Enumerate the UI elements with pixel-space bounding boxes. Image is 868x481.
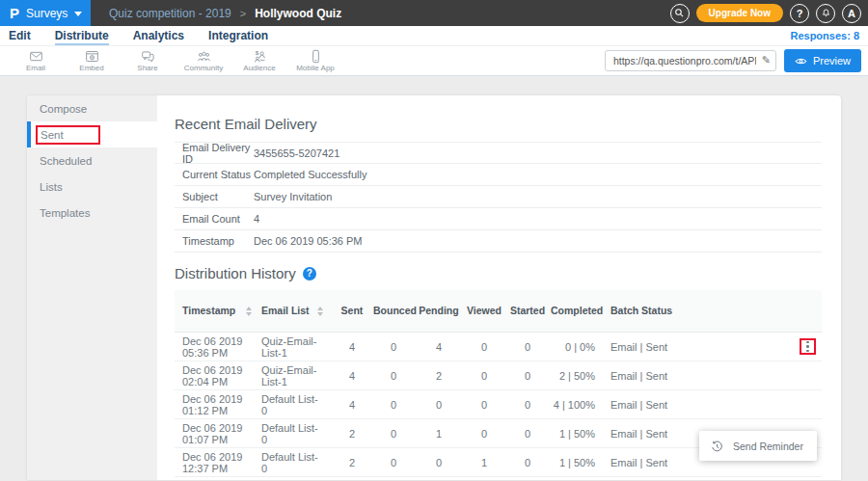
tab-label: Distribute (55, 29, 109, 45)
toolbar-right: ✎ Preview (605, 49, 868, 72)
detail-value: Survey Invitation (254, 191, 332, 202)
search-icon (674, 8, 685, 18)
cell-batch-status: Email | Sent (609, 341, 684, 353)
sidebar-item-scheduled[interactable]: Scheduled (27, 147, 157, 174)
distribute-toolbar: EmailEmbedShareCommunity$AudienceMobile … (0, 46, 868, 76)
sidebar-item-label: Compose (40, 103, 87, 115)
channel-label: Mobile App (296, 64, 335, 72)
recent-delivery-title: Recent Email Delivery (175, 117, 822, 131)
channel-label: Community (184, 64, 223, 72)
column-label: Timestamp (182, 305, 235, 317)
row-menu-kebab-icon[interactable] (806, 341, 809, 353)
delivery-detail-row: Email Count4 (175, 208, 822, 230)
annotation-box: Sent (36, 125, 100, 145)
column-header-email-list[interactable]: Email List (259, 305, 333, 317)
delivery-detail-row: SubjectSurvey Invitation (175, 186, 822, 208)
community-icon (197, 49, 211, 64)
distribute-channel-community[interactable]: Community (176, 49, 231, 72)
sidebar-item-label: Sent (41, 129, 64, 141)
cell-bounced: 0 (371, 457, 416, 468)
cell-started: 0 (506, 341, 549, 353)
cell-viewed: 1 (462, 457, 506, 468)
distribute-channel-audience[interactable]: $Audience (231, 49, 287, 72)
notifications-button[interactable] (816, 4, 835, 23)
breadcrumb-parent[interactable]: Quiz competition - 2019 (109, 7, 231, 20)
distribute-channel-email[interactable]: Email (8, 49, 64, 72)
cell-timestamp: Dec 06 2019 02:04 PM (175, 364, 259, 387)
avatar[interactable]: A (842, 4, 861, 23)
cell-email-list: Default List-0 (259, 422, 333, 445)
sort-icon[interactable] (246, 307, 252, 316)
cell-completed: 0 | 0% (549, 341, 609, 353)
channel-label: Email (26, 64, 45, 72)
chevron-down-icon (74, 12, 82, 16)
cell-batch-status: Email | Sent (609, 370, 684, 382)
cell-timestamp: Dec 06 2019 12:37 PM (175, 451, 259, 474)
cell-timestamp: Dec 06 2019 01:07 PM (175, 422, 259, 445)
tab-label: Integration (208, 29, 268, 42)
upgrade-now-button[interactable]: Upgrade Now (696, 4, 783, 22)
send-reminder-icon (711, 440, 723, 452)
help-button[interactable]: ? (790, 4, 809, 23)
breadcrumb: Quiz competition - 2019 > Hollywood Quiz (91, 7, 341, 20)
column-header-timestamp[interactable]: Timestamp (175, 305, 259, 317)
cell-viewed: 0 (462, 399, 506, 411)
channel-label: Share (137, 64, 157, 72)
sidebar-item-templates[interactable]: Templates (27, 200, 157, 226)
detail-value: Completed Successfully (254, 169, 366, 180)
surveys-menu[interactable]: P Surveys (0, 0, 91, 26)
search-button[interactable] (670, 4, 690, 23)
distribute-channel-embed[interactable]: Embed (64, 49, 120, 72)
cell-email-list: Default List-0 (259, 393, 333, 416)
cell-timestamp: Dec 06 2019 05:36 PM (175, 335, 259, 359)
cell-started: 0 (506, 370, 549, 382)
cell-sent: 4 (333, 399, 371, 411)
share-icon (141, 49, 155, 64)
survey-url-input[interactable] (613, 55, 756, 67)
sidebar-item-sent[interactable]: Sent (27, 121, 157, 147)
responses-count: Responses: 8 (790, 30, 868, 41)
history-row: Dec 06 2019 01:12 PMDefault List-0400004… (175, 390, 822, 419)
history-row: Dec 06 2019 02:04 PMQuiz-Email-List-1402… (175, 361, 822, 390)
column-header-completed: Completed (549, 305, 609, 317)
column-header-sent: Sent (333, 305, 371, 317)
sidebar-item-lists[interactable]: Lists (27, 174, 157, 200)
sidebar-item-compose[interactable]: Compose (27, 95, 157, 121)
cell-completed: 1 | 50% (549, 428, 609, 440)
row-context-menu: Send Reminder (699, 431, 817, 461)
edit-url-pencil-icon[interactable]: ✎ (762, 54, 771, 67)
cell-sent: 4 (333, 341, 371, 353)
history-section-header: Distribution History ? (175, 266, 822, 281)
cell-batch-status: Email | Sent (609, 428, 684, 440)
sidebar-item-label: Lists (40, 181, 63, 193)
distribute-channel-share[interactable]: Share (120, 49, 176, 72)
cell-pending: 1 (416, 428, 462, 440)
history-help-icon[interactable]: ? (303, 267, 316, 281)
tab-analytics[interactable]: Analytics (133, 29, 184, 42)
cell-email-list: Quiz-Email-List-1 (259, 364, 333, 387)
nav-tabs: EditDistributeAnalyticsIntegration (9, 29, 268, 42)
detail-label: Subject (182, 191, 254, 202)
distribute-channel-mobile-app[interactable]: Mobile App (287, 49, 343, 72)
tab-edit[interactable]: Edit (9, 29, 31, 42)
mobile-app-icon (309, 49, 323, 64)
content-card: ComposeSentScheduledListsTemplates Recen… (27, 95, 841, 480)
tab-distribute[interactable]: Distribute (55, 29, 109, 42)
tab-integration[interactable]: Integration (208, 29, 268, 42)
preview-button[interactable]: Preview (784, 49, 861, 72)
delivery-detail-row: Email Delivery ID3455655-5207421 (175, 142, 822, 164)
cell-started: 0 (506, 428, 549, 440)
cell-batch-status: Email | Sent (609, 399, 684, 411)
cell-email-list: Default List-0 (259, 451, 333, 474)
column-label: Sent (341, 305, 364, 316)
column-header-viewed: Viewed (462, 305, 506, 317)
detail-value: 4 (254, 213, 259, 225)
cell-viewed: 0 (462, 370, 506, 382)
cell-started: 0 (506, 457, 549, 468)
history-table-header: TimestampEmail ListSentBouncedPendingVie… (175, 290, 822, 333)
cell-sent: 2 (333, 428, 371, 440)
column-label: Started (510, 305, 545, 316)
sidebar-item-label: Templates (40, 207, 90, 219)
sort-icon[interactable] (317, 307, 323, 316)
menu-item-send-reminder[interactable]: Send Reminder (711, 440, 805, 452)
